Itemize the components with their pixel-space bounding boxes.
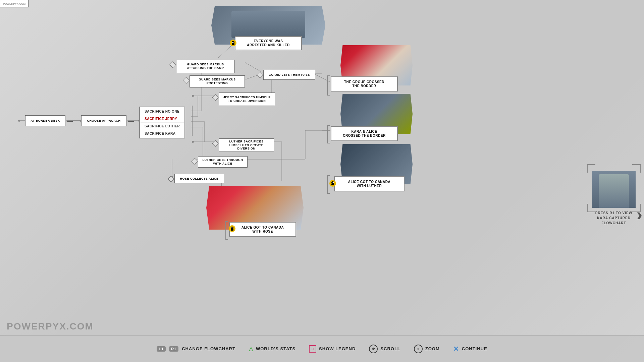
sacrifice-luther-option[interactable]: SACRIFICE LUTHER [141, 123, 184, 130]
worlds-stats-label: WORLD'S STATS [256, 346, 296, 351]
svg-point-13 [192, 95, 194, 97]
alice-rose-label: ALICE GOT TO CANADAWITH ROSE [229, 222, 296, 237]
choose-approach-node: CHOOSE APPROACH [81, 115, 126, 126]
triangle-btn[interactable]: △ [249, 346, 253, 352]
toolbar-zoom[interactable]: ○ ZOOM [414, 345, 440, 353]
group-crossed-label: THE GROUP CROSSEDTHE BORDER [331, 76, 398, 92]
watermark: POWERPYX.COM [7, 321, 94, 332]
svg-line-27 [245, 62, 262, 72]
toolbar-continue[interactable]: ✕ CONTINUE [453, 345, 487, 353]
svg-rect-45 [232, 43, 234, 45]
r1-badge[interactable]: R1 [169, 346, 178, 352]
vertical-connector [192, 106, 193, 136]
zoom-label: ZOOM [425, 346, 440, 351]
guard-lets-pass-diamond: GUARD LETS THEM PASS [260, 70, 312, 80]
alice-rose-bracket-l [225, 221, 228, 240]
background-stripes [0, 0, 644, 362]
guard-markus-attacking-diamond: GUARD SEES MARKUSATTACKING THE CAMP [173, 60, 231, 73]
svg-point-47 [233, 42, 234, 43]
toolbar-show-legend[interactable]: □ SHOW LEGEND [309, 345, 356, 353]
main-container: POWERPYX.COM AT BORDER DESK ⟶ CHOOSE APP… [0, 0, 644, 362]
l1-badge[interactable]: L1 [157, 346, 166, 352]
skull-icon-rose [229, 225, 235, 232]
jerry-sacrifices-diamond: JERRY SACRIFICES HIMSELFTO CREATE DIVERS… [215, 93, 272, 106]
scroll-label: SCROLL [380, 346, 400, 351]
flowchart-connections [0, 0, 644, 362]
next-chapter-panel[interactable]: PRESS R1 TO VIEWKARA CAPTUREDFLOWCHART [584, 164, 644, 232]
alice-luther-label: ALICE GOT TO CANADAWITH LUTHER [334, 176, 405, 191]
kara-alice-crossed-label: KARA & ALICECROSSED THE BORDER [331, 126, 398, 141]
group-crossed-bracket-l [327, 75, 330, 96]
kara-alice-bracket-l [327, 125, 330, 143]
sacrifice-jerry-option[interactable]: SACRIFICE JERRY [141, 115, 184, 123]
border-desk-node: AT BORDER DESK [25, 115, 65, 126]
next-chapter-title: KARA CAPTURED [597, 216, 631, 220]
rose-collects-alice-diamond: ROSE COLLECTS ALICE [171, 174, 221, 183]
change-flowchart-label: CHANGE FLOWCHART [182, 346, 235, 351]
zoom-btn[interactable]: ○ [414, 345, 423, 353]
arrow-1: ⟶ [66, 119, 73, 124]
guard-markus-protesting-diamond: GUARD SEES MARKUSPROTESTING [186, 75, 241, 87]
toolbar-change-flowchart[interactable]: L1 R1 CHANGE FLOWCHART [157, 346, 235, 352]
scroll-btn[interactable]: ⟳ [369, 345, 378, 353]
svg-point-46 [232, 42, 233, 43]
toolbar-worlds-stats[interactable]: △ WORLD'S STATS [249, 346, 296, 352]
left-node-1: POWERPYX.COM [0, 0, 29, 7]
skull-icon-arrested [230, 40, 236, 46]
svg-point-50 [332, 182, 332, 183]
svg-rect-49 [331, 184, 334, 185]
square-btn[interactable]: □ [309, 345, 316, 353]
toolbar-scroll[interactable]: ⟳ SCROLL [369, 345, 400, 353]
toolbar: L1 R1 CHANGE FLOWCHART △ WORLD'S STATS □… [0, 335, 644, 362]
everyone-arrested-label: EVERYONE WASARRESTED AND KILLED [235, 36, 302, 50]
luther-sacrifices-diamond: LUTHER SACRIFICESHIMSELF TO CREATEDIVERS… [215, 138, 271, 152]
svg-rect-53 [231, 229, 233, 231]
luther-gets-through-diamond: LUTHER GETS THROUGHWITH ALICE [195, 156, 244, 168]
svg-point-55 [232, 228, 233, 228]
sacrifice-kara-option[interactable]: SACRIFICE KARA [141, 130, 184, 137]
show-legend-label: SHOW LEGEND [319, 346, 356, 351]
sacrifice-menu[interactable]: SACRIFICE NO ONE SACRIFICE JERRY SACRIFI… [139, 107, 185, 138]
next-chapter-press-label: PRESS R1 TO VIEWKARA CAPTUREDFLOWCHART [595, 210, 632, 226]
arrow-2: ⟶ [127, 119, 134, 124]
svg-point-1 [18, 120, 20, 122]
continue-label: CONTINUE [462, 346, 487, 351]
next-chapter-arrow[interactable]: › [637, 204, 642, 225]
svg-point-51 [333, 182, 334, 183]
cross-btn[interactable]: ✕ [453, 345, 459, 353]
svg-point-54 [231, 228, 232, 228]
sacrifice-no-one-option[interactable]: SACRIFICE NO ONE [141, 108, 184, 115]
skull-icon-luther [329, 180, 336, 187]
svg-point-17 [192, 141, 194, 143]
